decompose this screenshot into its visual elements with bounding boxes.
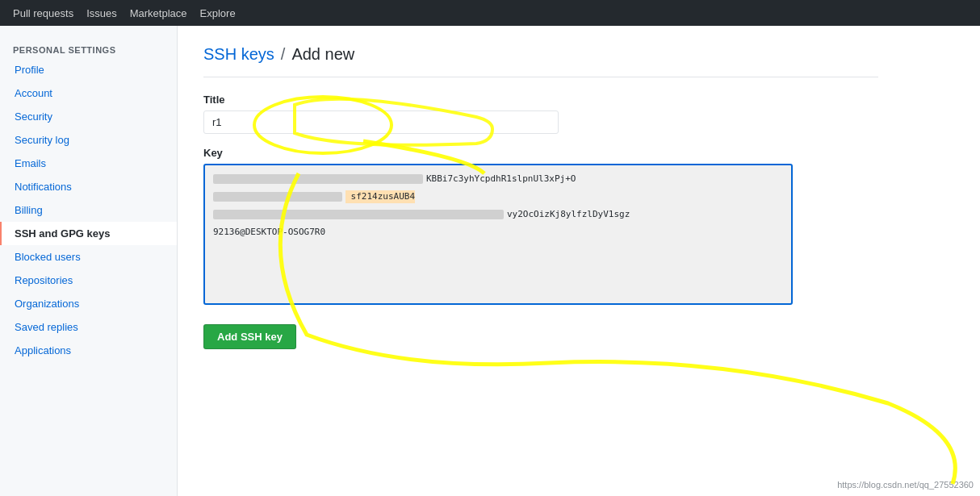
nav-explore[interactable]: Explore [200, 7, 236, 19]
sidebar-item-emails[interactable]: Emails [0, 152, 177, 175]
key-textarea[interactable]: KBBi7c3yhYcpdhR1slpnUl3xPj+O sf214zusAUB… [203, 164, 793, 305]
sidebar-item-organizations[interactable]: Organizations [0, 292, 177, 315]
key-form-group: Key KBBi7c3yhYcpdhR1slpnUl3xPj+O sf214zu… [203, 147, 878, 305]
breadcrumb-current: Add new [291, 45, 354, 64]
nav-marketplace[interactable]: Marketplace [130, 7, 187, 19]
sidebar: Personal settings ProfileAccountSecurity… [0, 26, 178, 496]
key-label: Key [203, 147, 878, 159]
sidebar-item-billing[interactable]: Billing [0, 198, 177, 222]
topbar: Pull requests Issues Marketplace Explore [0, 0, 980, 26]
sidebar-item-ssh-gpg-keys[interactable]: SSH and GPG keys [0, 222, 177, 245]
key-line-1: sf214zusAUB4 [213, 190, 783, 204]
watermark: https://blog.csdn.net/qq_27552360 [837, 480, 974, 490]
title-form-group: Title [203, 94, 878, 134]
nav-issues[interactable]: Issues [86, 7, 117, 19]
sidebar-item-security[interactable]: Security [0, 105, 177, 128]
breadcrumb-separator: / [281, 45, 286, 64]
key-line-2: vy2OcOizKj8ylfzlDyV1sgz [213, 207, 783, 222]
breadcrumb-link[interactable]: SSH keys [203, 45, 274, 64]
sidebar-item-repositories[interactable]: Repositories [0, 269, 177, 292]
sidebar-item-security-log[interactable]: Security log [0, 128, 177, 152]
sidebar-item-applications[interactable]: Applications [0, 339, 177, 362]
main-layout: Personal settings ProfileAccountSecurity… [0, 26, 980, 496]
sidebar-item-blocked-users[interactable]: Blocked users [0, 245, 177, 269]
sidebar-item-notifications[interactable]: Notifications [0, 175, 177, 198]
title-label: Title [203, 94, 878, 106]
page-header: SSH keys / Add new [203, 45, 878, 77]
sidebar-item-saved-replies[interactable]: Saved replies [0, 315, 177, 339]
nav-pull-requests[interactable]: Pull requests [13, 7, 73, 19]
key-line-3: 92136@DESKTOP-OSOG7R0 [213, 225, 783, 240]
add-ssh-key-button[interactable]: Add SSH key [203, 324, 296, 349]
key-line-0: KBBi7c3yhYcpdhR1slpnUl3xPj+O [213, 172, 783, 186]
main-content: SSH keys / Add new Title Key KBBi7c3yhYc… [178, 26, 904, 496]
sidebar-item-account[interactable]: Account [0, 81, 177, 105]
sidebar-heading: Personal settings [0, 39, 177, 58]
title-input[interactable] [203, 110, 559, 134]
sidebar-item-profile[interactable]: Profile [0, 58, 177, 81]
